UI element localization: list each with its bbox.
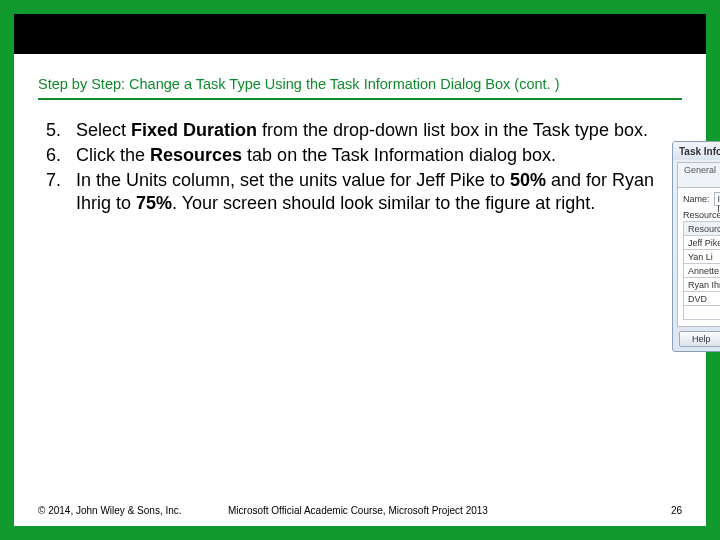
figure-column: Adjusted resource units Task Information… — [672, 119, 720, 486]
dialog-titlebar: Task Information X — [673, 142, 720, 160]
task-information-dialog: Task Information X GeneralPredecessorsRe… — [672, 141, 720, 352]
slide-title: Step by Step: Change a Task Type Using t… — [38, 76, 682, 100]
step-number: 6. — [46, 144, 76, 167]
step-number: 5. — [46, 119, 76, 142]
cell-name[interactable]: Annette Hill — [684, 264, 721, 278]
slide-footer: © 2014, John Wiley & Sons, Inc. Microsof… — [38, 505, 682, 516]
resources-table: Resource NameAssignment OwnerUnitsCostJe… — [683, 221, 720, 320]
step-item: 6.Click the Resources tab on the Task In… — [46, 144, 666, 167]
slide-inner: Step by Step: Change a Task Type Using t… — [14, 14, 706, 526]
step-text: Select Fixed Duration from the drop-down… — [76, 119, 666, 142]
cell-name[interactable]: DVD — [684, 292, 721, 306]
cell-name[interactable] — [684, 306, 721, 320]
slide-frame: Step by Step: Change a Task Type Using t… — [0, 0, 720, 540]
course-name: Microsoft Official Academic Course, Micr… — [228, 505, 658, 516]
table-row: DVD8 2-hour disc$80.00 — [684, 292, 721, 306]
table-row: Annette Hill29%$1,142.86 — [684, 264, 721, 278]
cell-name[interactable]: Jeff Pike — [684, 236, 721, 250]
dialog-body: Name: Identify and reserve locations Dur… — [677, 187, 720, 327]
tab-general[interactable]: General — [677, 162, 720, 187]
step-text-column: 5.Select Fixed Duration from the drop-do… — [46, 119, 666, 486]
step-item: 5.Select Fixed Duration from the drop-do… — [46, 119, 666, 142]
step-number: 7. — [46, 169, 76, 215]
cell-name[interactable]: Yan Li — [684, 250, 721, 264]
table-row: Ryan Ihrig75%$1,371.43 — [684, 278, 721, 292]
page-number: 26 — [658, 505, 682, 516]
table-row: Yan Li57%$2,114.79 — [684, 250, 721, 264]
dialog-footer: Help OK Cancel — [673, 327, 720, 351]
dialog-tabs: GeneralPredecessorsResourcesAdvancedNote… — [673, 160, 720, 187]
name-duration-row: Name: Identify and reserve locations Dur… — [683, 192, 720, 206]
step-item: 7.In the Units column, set the units val… — [46, 169, 666, 215]
dialog-title: Task Information — [679, 146, 720, 157]
cell-name[interactable]: Ryan Ihrig — [684, 278, 721, 292]
task-name-field[interactable]: Identify and reserve locations — [714, 192, 720, 206]
copyright: © 2014, John Wiley & Sons, Inc. — [38, 505, 228, 516]
step-text: Click the Resources tab on the Task Info… — [76, 144, 666, 167]
column-header: Resource Name — [684, 222, 721, 236]
name-label: Name: — [683, 194, 710, 204]
help-button[interactable]: Help — [679, 331, 720, 347]
table-row: Jeff Pike50%$2,142.86 — [684, 236, 721, 250]
resources-label: Resources: — [683, 210, 720, 220]
table-row — [684, 306, 721, 320]
top-black-bar — [14, 14, 706, 54]
slide-body: 5.Select Fixed Duration from the drop-do… — [46, 119, 682, 486]
step-text: In the Units column, set the units value… — [76, 169, 666, 215]
